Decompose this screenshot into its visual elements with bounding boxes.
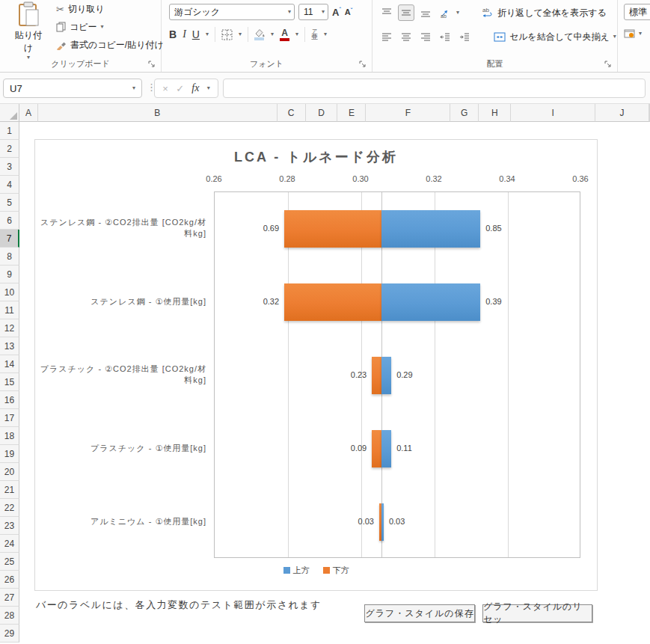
- borders-icon[interactable]: [221, 29, 233, 40]
- bold-button[interactable]: B: [169, 28, 177, 40]
- row-header-5[interactable]: 5: [0, 194, 19, 212]
- column-header-A[interactable]: A: [19, 104, 38, 122]
- column-header-D[interactable]: D: [306, 104, 338, 122]
- clipboard-dialog-launcher-icon[interactable]: [147, 60, 156, 69]
- select-all-corner[interactable]: [0, 104, 19, 122]
- row-header-6[interactable]: 6: [0, 212, 19, 230]
- row-header-21[interactable]: 21: [0, 481, 19, 499]
- row-header-2[interactable]: 2: [0, 140, 19, 158]
- merge-center-button[interactable]: セルを結合して中央揃え ▾: [494, 31, 616, 43]
- insert-function-icon[interactable]: fx: [191, 82, 199, 94]
- phonetic-guide-button[interactable]: ア 亜: [311, 28, 318, 40]
- copy-button[interactable]: コピー ▾: [54, 19, 166, 34]
- row-header-24[interactable]: 24: [0, 535, 19, 553]
- accounting-format-button[interactable]: ▾: [624, 28, 642, 39]
- underline-button[interactable]: U: [192, 28, 200, 40]
- bar-low[interactable]: [372, 357, 381, 394]
- column-header-H[interactable]: H: [479, 104, 511, 122]
- align-left-button[interactable]: [378, 28, 395, 45]
- row-header-14[interactable]: 14: [0, 355, 19, 373]
- column-header-E[interactable]: E: [337, 104, 366, 122]
- fill-color-chevron[interactable]: ▾: [271, 31, 274, 37]
- borders-dropdown-chevron[interactable]: ▾: [239, 31, 242, 37]
- bar-high[interactable]: [381, 210, 480, 248]
- underline-dropdown-chevron[interactable]: ▾: [206, 31, 209, 37]
- column-header-C[interactable]: C: [278, 104, 306, 122]
- row-header-15[interactable]: 15: [0, 373, 19, 391]
- tornado-chart[interactable]: LCA - トルネード分析 0.260.280.300.320.340.36 ス…: [34, 139, 598, 591]
- cut-button[interactable]: ✂ 切り取り: [54, 1, 166, 16]
- row-header-7[interactable]: 7: [0, 230, 19, 248]
- row-header-12[interactable]: 12: [0, 319, 19, 337]
- row-header-4[interactable]: 4: [0, 176, 19, 194]
- font-color-chevron[interactable]: ▾: [295, 31, 298, 37]
- column-header-I[interactable]: I: [511, 104, 595, 122]
- bar-low[interactable]: [284, 283, 381, 321]
- orientation-chevron[interactable]: ▾: [456, 10, 459, 16]
- increase-font-size-button[interactable]: Aˆ: [332, 7, 341, 18]
- row-header-25[interactable]: 25: [0, 553, 19, 571]
- save-chart-style-button[interactable]: グラフ・スタイルの保存: [364, 604, 475, 622]
- fill-color-button[interactable]: [254, 28, 265, 40]
- font-color-button[interactable]: A: [280, 28, 289, 41]
- row-header-23[interactable]: 23: [0, 517, 19, 535]
- align-bottom-button[interactable]: [417, 4, 434, 21]
- font-size-combo[interactable]: 11 ▾: [298, 4, 328, 20]
- align-right-button[interactable]: [417, 28, 434, 45]
- format-painter-button[interactable]: 書式のコピー/貼り付け: [54, 37, 166, 52]
- increase-indent-icon[interactable]: [456, 28, 473, 45]
- bar-high[interactable]: [381, 430, 391, 467]
- gridline: [508, 192, 509, 557]
- row-header-1[interactable]: 1: [0, 122, 19, 140]
- column-header-J[interactable]: J: [595, 104, 649, 122]
- bar-high[interactable]: [381, 283, 480, 321]
- row-header-26[interactable]: 26: [0, 571, 19, 589]
- axis-tick-label: 0.36: [572, 174, 588, 183]
- row-header-20[interactable]: 20: [0, 463, 19, 481]
- row-header-16[interactable]: 16: [0, 391, 19, 409]
- row-header-13[interactable]: 13: [0, 337, 19, 355]
- row-header-18[interactable]: 18: [0, 427, 19, 445]
- legend-swatch-icon: [283, 567, 290, 574]
- bar-high[interactable]: [381, 357, 391, 394]
- font-name-combo[interactable]: 游ゴシック ▾: [169, 4, 295, 20]
- row-header-10[interactable]: 10: [0, 283, 19, 301]
- row-header-8[interactable]: 8: [0, 248, 19, 266]
- phonetic-guide-chevron[interactable]: ▾: [324, 31, 327, 37]
- italic-button[interactable]: I: [183, 28, 186, 40]
- paste-button[interactable]: 貼り付け ▾: [10, 1, 46, 58]
- row-header-9[interactable]: 9: [0, 266, 19, 283]
- font-dialog-launcher-icon[interactable]: [358, 60, 367, 69]
- bar-low[interactable]: [372, 430, 381, 467]
- formula-input[interactable]: [223, 79, 646, 98]
- bar-high[interactable]: [381, 503, 384, 541]
- row-header-3[interactable]: 3: [0, 158, 19, 176]
- legend-swatch-icon: [323, 567, 330, 574]
- name-box[interactable]: U7 ▾: [3, 79, 142, 98]
- column-header-F[interactable]: F: [366, 104, 450, 122]
- reset-chart-style-button[interactable]: グラフ・スタイルのリセッ: [482, 604, 592, 622]
- text-orientation-icon[interactable]: ab: [437, 4, 453, 21]
- decrease-indent-icon[interactable]: [437, 28, 453, 45]
- alignment-dialog-launcher-icon[interactable]: [604, 60, 613, 69]
- copy-dropdown-chevron[interactable]: ▾: [101, 24, 104, 30]
- decrease-font-size-button[interactable]: Aˇ: [345, 7, 352, 16]
- column-header-B[interactable]: B: [38, 104, 278, 122]
- row-header-17[interactable]: 17: [0, 409, 19, 427]
- formula-bar-chevron[interactable]: ▾: [207, 85, 210, 91]
- number-format-combo[interactable]: 標準: [624, 4, 650, 20]
- row-header-29[interactable]: 29: [0, 625, 19, 643]
- align-middle-button[interactable]: [398, 4, 414, 21]
- bar-low[interactable]: [284, 210, 381, 248]
- column-header-G[interactable]: G: [450, 104, 479, 122]
- align-center-button[interactable]: [398, 28, 414, 45]
- enter-icon[interactable]: ✓: [176, 83, 184, 94]
- row-header-22[interactable]: 22: [0, 499, 19, 517]
- wrap-text-button[interactable]: ab 折り返して全体を表示する: [482, 7, 607, 19]
- cancel-icon[interactable]: ×: [162, 83, 168, 94]
- row-header-27[interactable]: 27: [0, 589, 19, 607]
- row-header-19[interactable]: 19: [0, 445, 19, 463]
- align-top-button[interactable]: [378, 4, 395, 21]
- row-header-11[interactable]: 11: [0, 301, 19, 319]
- row-header-28[interactable]: 28: [0, 607, 19, 625]
